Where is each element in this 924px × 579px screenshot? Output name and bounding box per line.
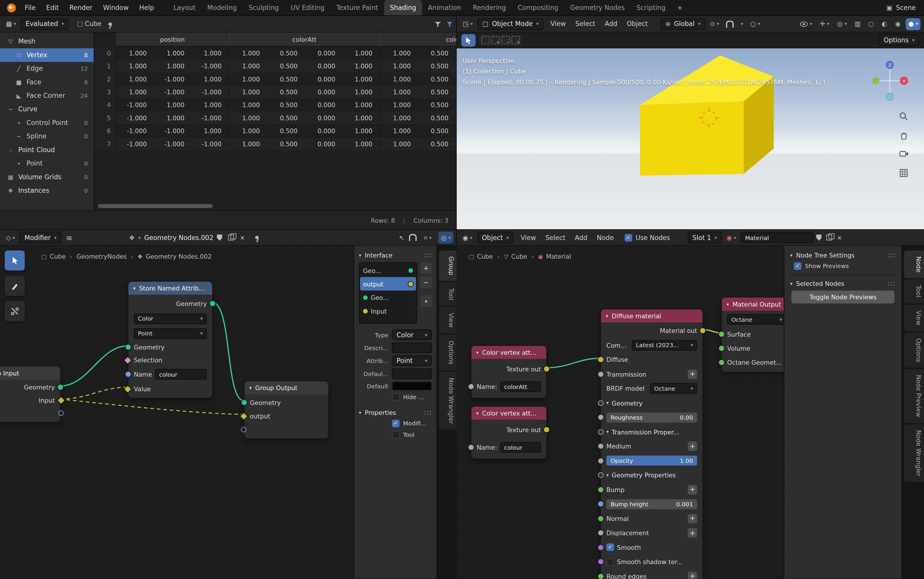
shader-menu-view[interactable]: View	[516, 234, 541, 241]
geonode-crumb-geometry-nodes-002[interactable]: ❖Geometry Nodes.002	[137, 253, 212, 260]
shading-wireframe-icon[interactable]: ○	[866, 18, 877, 30]
geometry-output-socket[interactable]	[210, 301, 215, 306]
show-overlays-toggle[interactable]: ◎▾	[835, 18, 849, 30]
select-extend-icon[interactable]: +	[491, 36, 500, 44]
select-intersect-icon[interactable]: ∩	[511, 36, 520, 44]
shader-crumb-cube[interactable]: ▢Cube	[469, 253, 493, 260]
camera-view-button[interactable]	[899, 150, 911, 162]
viewport-menu-add[interactable]: Add	[600, 20, 622, 28]
shader-menu-node[interactable]: Node	[592, 234, 618, 241]
unlink-icon[interactable]: ✕	[240, 234, 245, 240]
node-header[interactable]: ▾Material Output	[722, 298, 792, 311]
roughness-input-socket[interactable]	[598, 415, 604, 420]
table-row[interactable]: 4-1.0001.0001.0001.0000.5000.0001.0001.0…	[95, 98, 457, 111]
geometry-output-socket[interactable]	[58, 384, 63, 390]
node-header[interactable]: ▾Color vertex att...	[472, 346, 546, 359]
group-input-node[interactable]: ▾Group Input Geometry Input	[0, 367, 60, 422]
editor-type-button[interactable]: ◇▾	[3, 232, 17, 243]
column-group-coloratt[interactable]: colorAtt	[229, 33, 380, 46]
shader-menu-select[interactable]: Select	[541, 234, 570, 241]
table-row[interactable]: 11.0001.000-1.0001.0000.5000.0001.0001.0…	[95, 60, 457, 72]
fake-user-icon[interactable]	[816, 234, 821, 240]
checkbox-smooth[interactable]	[606, 544, 614, 551]
mode-dropdown[interactable]: ▢Object Mode▾	[478, 18, 544, 30]
default-attribute-field[interactable]	[392, 368, 432, 379]
sidebar-item-curve[interactable]: ~Curve	[0, 103, 94, 116]
workspace-tab-texture-paint[interactable]: Texture Paint	[330, 0, 384, 16]
add-medium-button[interactable]: +	[688, 442, 697, 451]
show-gizmo-toggle[interactable]: ✛▾	[818, 18, 832, 30]
color-vertex-attribute-node-1[interactable]: ▾Color vertex att... Texture out Name:co…	[472, 346, 546, 398]
tweak-tool-button[interactable]	[461, 34, 475, 46]
show-previews-checkbox[interactable]	[794, 262, 802, 270]
node-tree-type-dropdown[interactable]: Modifier▾	[20, 232, 61, 243]
workspace-tab-scripting[interactable]: Scripting	[630, 0, 671, 16]
input-output-socket[interactable]	[58, 397, 64, 403]
unlink-icon[interactable]: ✕	[837, 234, 842, 240]
menu-window[interactable]: Window	[98, 4, 134, 11]
workspace-tab-uv-editing[interactable]: UV Editing	[285, 0, 330, 16]
sidebar-item-instances[interactable]: ❖Instances0	[0, 184, 94, 197]
slider-opacity[interactable]: Opacity1.00	[606, 456, 697, 466]
table-row[interactable]: 21.000-1.0001.0001.0000.5000.0001.0001.0…	[95, 72, 457, 85]
workspace-tab-animation[interactable]: Animation	[422, 0, 467, 16]
workspace-tab-shading[interactable]: Shading	[384, 0, 422, 16]
sidebar-item-face-corner[interactable]: ◣Face Corner24	[0, 89, 94, 103]
geonode-crumb-cube[interactable]: ▢Cube	[41, 253, 66, 260]
dropdown-brdf-model[interactable]: Octane▾	[650, 383, 697, 394]
panel-grip-icon[interactable]	[888, 281, 896, 286]
table-row[interactable]: 31.000-1.000-1.0001.0000.5000.0001.0001.…	[95, 85, 457, 98]
selected-nodes-header[interactable]: ▾Selected Nodes	[790, 280, 896, 287]
sidebar-item-point[interactable]: •Point0	[0, 157, 94, 170]
new-copy-icon[interactable]	[228, 234, 234, 240]
select-box-icon[interactable]	[482, 36, 490, 44]
texture-out-socket[interactable]	[544, 366, 549, 371]
parent-tree-icon[interactable]: ↖	[399, 234, 404, 241]
shader-tab-view[interactable]: View	[904, 304, 924, 331]
smooth-input-socket[interactable]	[598, 545, 604, 550]
menu-edit[interactable]: Edit	[41, 4, 64, 11]
shader-crumb-cube[interactable]: ▽Cube	[504, 253, 527, 260]
editor-type-button[interactable]: ◉▾	[460, 232, 475, 243]
sidebar-item-spline[interactable]: ~Spline0	[0, 130, 94, 143]
transform-orientation-dropdown[interactable]: ⊕Global▾	[661, 18, 705, 30]
shader-canvas[interactable]: ▢Cube›▽Cube›◉Material ▾Color vertex att.…	[457, 246, 924, 579]
remove-socket-button[interactable]: −	[420, 276, 432, 288]
viewport-menu-select[interactable]: Select	[570, 20, 600, 28]
table-row[interactable]: 01.0001.0001.0001.0000.5000.0001.0001.00…	[95, 46, 457, 59]
attribute-name-field[interactable]: colour	[500, 442, 541, 453]
properties-panel-header[interactable]: ▾Properties	[359, 409, 432, 416]
interface-item-geo[interactable]: Geo...	[360, 263, 416, 277]
proportional-editing-toggle[interactable]: ○▾	[748, 18, 762, 30]
use-nodes-checkbox[interactable]	[624, 234, 632, 241]
pin-icon[interactable]	[253, 232, 261, 243]
horizontal-scrollbar[interactable]	[98, 204, 213, 208]
menu-render[interactable]: Render	[64, 4, 98, 11]
name-input-socket[interactable]	[469, 384, 474, 389]
panel-grip-icon[interactable]	[888, 253, 896, 258]
group-output-node[interactable]: ▾Group Output Geometry output	[245, 381, 328, 438]
shader-type-dropdown[interactable]: Object▾	[477, 232, 514, 243]
table-row[interactable]: 7-1.000-1.000-1.0001.0000.5000.0001.0001…	[95, 137, 457, 150]
displacement-input-socket[interactable]	[598, 530, 604, 535]
filter-rows-icon[interactable]	[434, 20, 441, 28]
shader-tab-tool[interactable]: Tool	[904, 280, 924, 304]
virtual-socket[interactable]	[242, 427, 246, 431]
workspace-tab-sculpting[interactable]: Sculpting	[243, 0, 285, 16]
geonode-crumb-geometrynodes[interactable]: GeometryNodes	[77, 253, 127, 260]
shader-menu-add[interactable]: Add	[570, 234, 592, 241]
medium-input-socket[interactable]	[598, 443, 604, 449]
magnet-icon[interactable]	[409, 234, 416, 241]
sidebar-item-control-point[interactable]: •Control Point0	[0, 116, 94, 130]
material-out-socket[interactable]	[700, 328, 705, 334]
bump-input-socket[interactable]	[598, 487, 604, 492]
modifier-checkbox[interactable]	[392, 420, 399, 427]
column-group-colour[interactable]: colour	[380, 33, 457, 46]
viewport-canvas[interactable]: Z ✕ User Perspective (1) Collection | Cu…	[457, 49, 924, 230]
sidebar-item-point-cloud[interactable]: ∴Point Cloud	[0, 143, 94, 157]
output-input-socket[interactable]	[240, 412, 247, 419]
pan-button[interactable]	[899, 131, 911, 142]
editor-type-button[interactable]: ▦▾	[3, 18, 18, 30]
attribute-name-field[interactable]: colorAtt	[500, 381, 541, 392]
checkbox-smooth-shadow-ter[interactable]	[606, 558, 614, 566]
